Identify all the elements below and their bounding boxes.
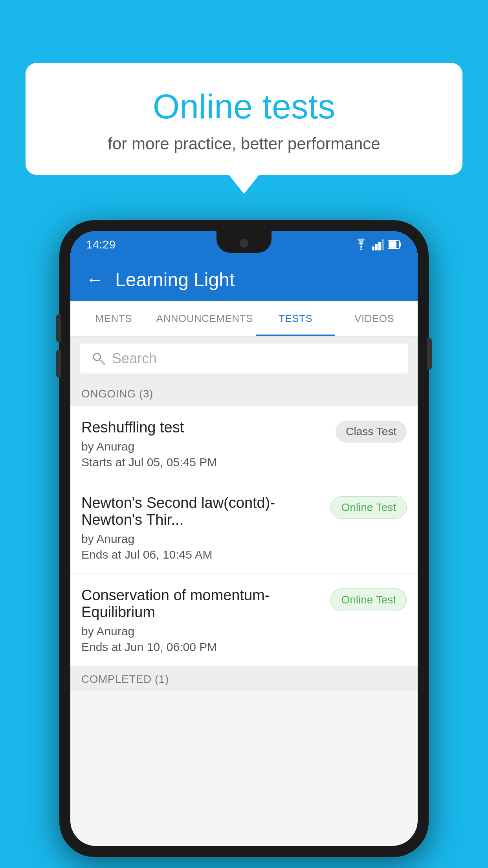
svg-line-9 — [100, 360, 105, 364]
test-time-3: Ends at Jun 10, 06:00 PM — [81, 640, 323, 654]
test-by-1: by Anurag — [81, 440, 328, 453]
svg-point-0 — [360, 248, 362, 250]
back-button[interactable]: ← — [86, 270, 103, 289]
tab-ments[interactable]: MENTS — [74, 301, 153, 336]
app-bar: ← Learning Light — [70, 258, 418, 301]
search-container: Search — [70, 337, 418, 381]
speech-bubble: Online tests for more practice, better p… — [26, 63, 462, 175]
test-info-2: Newton's Second law(contd)-Newton's Thir… — [81, 495, 323, 561]
tabs-bar: MENTS ANNOUNCEMENTS TESTS VIDEOS — [70, 301, 418, 337]
test-by-2: by Anurag — [81, 532, 323, 546]
status-time: 14:29 — [86, 238, 116, 251]
test-info-3: Conservation of momentum-Equilibrium by … — [81, 587, 323, 654]
test-time-2: Ends at Jul 06, 10:45 AM — [81, 548, 323, 561]
svg-rect-4 — [382, 239, 384, 250]
test-list: Reshuffling test by Anurag Starts at Jul… — [70, 406, 418, 666]
status-bar: 14:29 — [70, 231, 418, 258]
phone-screen: 14:29 — [70, 231, 418, 846]
signal-icon — [372, 239, 384, 250]
app-title: Learning Light — [115, 269, 235, 291]
svg-rect-2 — [375, 244, 378, 250]
svg-rect-7 — [389, 241, 396, 248]
notch — [216, 231, 272, 253]
test-badge-1: Class Test — [336, 421, 407, 443]
test-item-3[interactable]: Conservation of momentum-Equilibrium by … — [70, 574, 418, 666]
tab-videos[interactable]: VIDEOS — [335, 301, 414, 336]
battery-icon — [388, 239, 402, 250]
camera-dot — [240, 239, 248, 248]
svg-rect-6 — [400, 243, 401, 246]
svg-rect-3 — [378, 242, 381, 250]
test-badge-3: Online Test — [330, 588, 407, 611]
wifi-icon — [354, 239, 368, 250]
test-info-1: Reshuffling test by Anurag Starts at Jul… — [81, 419, 328, 469]
test-name-1: Reshuffling test — [81, 419, 328, 436]
status-icons — [354, 239, 402, 250]
test-item-1[interactable]: Reshuffling test by Anurag Starts at Jul… — [70, 406, 418, 481]
test-name-3: Conservation of momentum-Equilibrium — [81, 587, 323, 621]
tab-tests[interactable]: TESTS — [256, 301, 335, 336]
speech-bubble-subtitle: for more practice, better performance — [45, 134, 443, 153]
section-completed-header: COMPLETED (1) — [70, 666, 418, 691]
svg-rect-1 — [372, 246, 374, 250]
power-button — [427, 338, 432, 370]
test-name-2: Newton's Second law(contd)-Newton's Thir… — [81, 495, 323, 528]
test-by-3: by Anurag — [81, 625, 323, 638]
section-ongoing-header: ONGOING (3) — [70, 381, 418, 406]
speech-bubble-title: Online tests — [45, 86, 443, 127]
search-placeholder: Search — [112, 350, 157, 367]
phone-frame: 14:29 — [59, 220, 429, 857]
search-icon — [92, 351, 106, 366]
test-time-1: Starts at Jul 05, 05:45 PM — [81, 456, 328, 469]
search-bar[interactable]: Search — [80, 344, 408, 373]
test-badge-2: Online Test — [330, 496, 407, 519]
test-item-2[interactable]: Newton's Second law(contd)-Newton's Thir… — [70, 481, 418, 574]
volume-down-button — [56, 350, 61, 377]
volume-up-button — [56, 314, 61, 342]
tab-announcements[interactable]: ANNOUNCEMENTS — [153, 301, 256, 336]
phone-mockup: 14:29 — [59, 220, 429, 857]
